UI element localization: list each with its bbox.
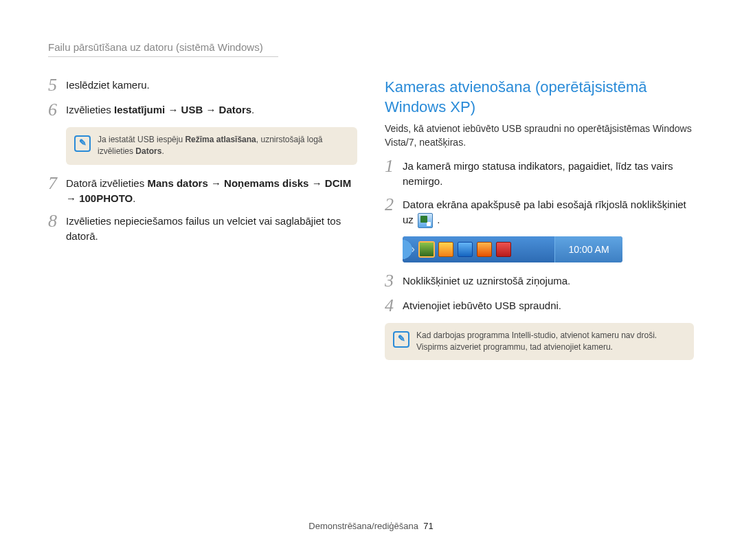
- step-text: Datorā izvēlieties Mans dators → Noņemam…: [66, 176, 357, 206]
- content-columns: 5 Ieslēdziet kameru. 6 Izvēlieties Iesta…: [48, 78, 694, 371]
- left-column: 5 Ieslēdziet kameru. 6 Izvēlieties Iesta…: [48, 78, 357, 371]
- step-number: 3: [385, 272, 403, 290]
- status-icon[interactable]: [496, 242, 511, 257]
- volume-icon[interactable]: [477, 242, 492, 257]
- step-text: Izvēlieties Iestatījumi → USB → Dators.: [66, 102, 357, 117]
- manual-page: Failu pārsūtīšana uz datoru (sistēmā Win…: [0, 0, 742, 560]
- note-icon: ✎: [393, 331, 409, 348]
- step-8: 8 Izvēlieties nepieciešamos failus un ve…: [48, 214, 357, 244]
- step-text: Izvēlieties nepieciešamos failus un velc…: [66, 214, 357, 244]
- step-4: 4 Atvienojiet iebūvēto USB spraudni.: [385, 298, 694, 315]
- note-text: Kad darbojas programma Intelli-studio, a…: [416, 330, 684, 354]
- step-number: 2: [385, 196, 403, 214]
- step-number: 8: [48, 212, 66, 230]
- step-5: 5 Ieslēdziet kameru.: [48, 78, 357, 94]
- network-icon[interactable]: [458, 242, 473, 257]
- note-box: ✎ Ja iestatāt USB iespēju Režīma atlasīš…: [66, 127, 357, 165]
- step-2: 2 Datora ekrāna apakšpusē pa labi esošaj…: [385, 197, 694, 228]
- step-6: 6 Izvēlieties Iestatījumi → USB → Dators…: [48, 102, 357, 119]
- chevron-right-icon: ›: [411, 242, 415, 256]
- page-footer: Demonstrēšana/rediģēšana 71: [0, 521, 742, 531]
- section-heading: Kameras atvienošana (operētājsistēmā Win…: [385, 78, 694, 117]
- note-box: ✎ Kad darbojas programma Intelli-studio,…: [385, 323, 694, 361]
- safely-remove-hardware-icon: [418, 213, 433, 228]
- step-text: Noklikšķiniet uz uznirstošā ziņojuma.: [403, 273, 694, 289]
- step-number: 1: [385, 157, 403, 175]
- right-column: Kameras atvienošana (operētājsistēmā Win…: [385, 78, 694, 371]
- step-7: 7 Datorā izvēlieties Mans dators → Noņem…: [48, 176, 357, 206]
- step-number: 7: [48, 175, 66, 192]
- step-number: 5: [48, 76, 66, 94]
- note-icon: ✎: [74, 135, 91, 152]
- note-text: Ja iestatāt USB iespēju Režīma atlasīšan…: [98, 134, 348, 158]
- step-number: 6: [48, 101, 66, 119]
- step-text: Ja kamerā mirgo statusa indikators, paga…: [403, 159, 694, 189]
- step-text: Ieslēdziet kameru.: [66, 78, 357, 93]
- page-number: 71: [423, 521, 433, 531]
- step-text: Atvienojiet iebūvēto USB spraudni.: [403, 298, 694, 313]
- breadcrumb: Failu pārsūtīšana uz datoru (sistēmā Win…: [48, 41, 278, 57]
- step-1: 1 Ja kamerā mirgo statusa indikators, pa…: [385, 159, 694, 189]
- step-3: 3 Noklikšķiniet uz uznirstošā ziņojuma.: [385, 273, 694, 290]
- taskbar-clock: 10:00 AM: [554, 236, 622, 262]
- step-text: Datora ekrāna apakšpusē pa labi esošajā …: [403, 197, 694, 228]
- step-number: 4: [385, 297, 403, 315]
- footer-section: Demonstrēšana/rediģēšana: [308, 521, 418, 531]
- security-shield-icon[interactable]: [438, 242, 453, 257]
- windows-xp-taskbar: › 10:00 AM: [403, 236, 622, 262]
- safely-remove-hardware-icon[interactable]: [419, 242, 434, 257]
- section-intro: Veids, kā atvienot iebūvēto USB spraudni…: [385, 122, 694, 149]
- taskbar-tray: ›: [403, 236, 554, 262]
